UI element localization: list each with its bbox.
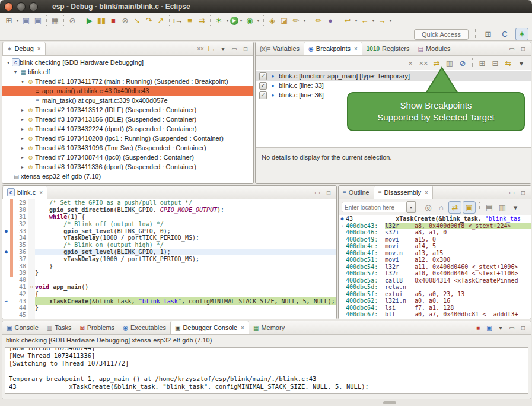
window-minimize-button[interactable]: [17, 2, 26, 11]
collapse-all-icon[interactable]: ⊟: [489, 58, 501, 69]
breakpoint-row[interactable]: ✓●blink.c [function: app_main] [type: Te…: [256, 71, 531, 81]
chevron-down-icon[interactable]: ▾: [302, 18, 307, 23]
chevron-down-icon[interactable]: ▾: [388, 18, 393, 23]
tab-memory[interactable]: ▦Memory: [249, 321, 289, 334]
expander-closed-icon[interactable]: ▸: [19, 164, 26, 170]
run-launch-icon[interactable]: ▶: [230, 17, 238, 25]
suspend-icon[interactable]: ▮▮: [95, 15, 107, 26]
breakpoint-icon[interactable]: ●: [2, 229, 10, 234]
editor-line[interactable]: 30 gpio_set_direction(BLINK_GPIO, GPIO_M…: [2, 207, 336, 214]
forward-icon[interactable]: →: [376, 15, 388, 26]
tab-variables[interactable]: (x)=Variables: [256, 42, 304, 55]
step-return-icon[interactable]: ↗: [155, 15, 167, 26]
tab-executables[interactable]: ◉Executables: [119, 321, 170, 334]
copy-icon[interactable]: ▤: [483, 202, 495, 213]
close-icon[interactable]: ×: [354, 46, 358, 52]
tab-debugger-console[interactable]: ▣Debugger Console×: [170, 321, 249, 334]
code-line[interactable]: }: [35, 262, 336, 269]
cpp-perspective-icon[interactable]: C: [499, 28, 511, 40]
tab-disassembly[interactable]: ≡Disassembly×: [374, 186, 433, 199]
code-line[interactable]: void app_main(): [35, 284, 336, 291]
editor-line[interactable]: 41⊖void app_main(): [2, 284, 336, 291]
code-line[interactable]: gpio_set_level(BLINK_GPIO, 0);: [35, 227, 336, 234]
maximize-icon[interactable]: □: [241, 43, 250, 55]
breakpoint-checkbox[interactable]: ✓: [259, 91, 267, 99]
disassembly-instruction-row[interactable]: 400dbc4f:mov.na13, a15: [339, 250, 531, 257]
disassembly-instruction-row[interactable]: 400dbc5a:call80x40084314 <xTaskCreatePin…: [339, 277, 531, 284]
code-line[interactable]: [35, 312, 336, 319]
debug-tree-row-selected[interactable]: ≡app_main() at blink.c:43 0x400dbc43: [2, 86, 253, 96]
code-line[interactable]: }: [35, 304, 336, 312]
disassembly-instruction-row[interactable]: 400dbc46:s32ia8, a1, 0: [339, 229, 531, 236]
disassembly-instruction-row[interactable]: 400dbc6a:bnonea0, a1, 0x400dbc8b <__addd…: [339, 318, 531, 319]
chevron-down-icon[interactable]: ▾: [238, 18, 244, 23]
skip-all-breakpoints-icon[interactable]: ⊘: [66, 15, 78, 26]
editor-line[interactable]: →43 xTaskCreate(&blink_task, "blink_task…: [2, 297, 336, 304]
close-icon[interactable]: ×: [37, 46, 41, 52]
expander-open-icon[interactable]: ▾: [19, 79, 26, 84]
code-line[interactable]: {: [35, 290, 336, 297]
editor-line[interactable]: 31 while(1) {: [2, 214, 336, 221]
disassembly-instruction-row[interactable]: 400dbc67:blta0, a7, 0x400dbc81 <__adddf3…: [339, 311, 531, 318]
window-close-button[interactable]: [4, 2, 13, 11]
code-line[interactable]: xTaskCreate(&blink_task, "blink_task", c…: [35, 297, 336, 304]
close-icon[interactable]: ×: [241, 325, 244, 331]
debug-tree-row[interactable]: ≡main_task() at cpu_start.c:339 0x400d05…: [2, 96, 253, 105]
highlight-icon[interactable]: ✏: [313, 15, 324, 26]
disassembly-instruction-row[interactable]: 400dbc51:movia12, 0x300: [339, 256, 531, 264]
maximize-icon[interactable]: □: [324, 187, 333, 198]
expander-closed-icon[interactable]: ▸: [19, 107, 26, 113]
debug-tree-row[interactable]: ▸⊚Thread #3 1073413156 (IDLE) (Suspended…: [2, 115, 253, 124]
last-edit-location-icon[interactable]: ↩: [342, 15, 353, 26]
code-line[interactable]: /* Blink on (output high) */: [35, 242, 336, 249]
maximize-icon[interactable]: □: [518, 322, 528, 334]
step-over-icon[interactable]: ↷: [143, 15, 155, 26]
new-folder-icon[interactable]: ◪: [278, 15, 290, 26]
disassembly-instruction-row[interactable]: 400dbc49:movia15, 0: [339, 236, 531, 243]
debug-tree-row[interactable]: ▾cblink checking [GDB Hardware Debugging…: [2, 58, 253, 67]
track-icon[interactable]: ▣: [463, 201, 476, 214]
chevron-down-icon[interactable]: ▾: [15, 18, 20, 23]
display-console-icon[interactable]: ▣: [485, 322, 494, 334]
launch-icon[interactable]: ✏: [290, 15, 302, 26]
expander-closed-icon[interactable]: ▸: [19, 126, 26, 132]
tab-tasks[interactable]: ▥Tasks: [43, 321, 76, 334]
expander-closed-icon[interactable]: ▸: [19, 145, 26, 151]
resume-icon[interactable]: ▶: [84, 15, 95, 26]
expander-closed-icon[interactable]: ▸: [19, 155, 26, 160]
disassembly-instruction-row[interactable]: 400dbc5f:extuia6, a0, 23, 13: [339, 291, 531, 298]
view-menu-icon[interactable]: ▾: [496, 322, 505, 334]
code-line[interactable]: vTaskDelay(1000 / portTICK_PERIOD_MS);: [35, 255, 336, 262]
fold-minus-icon[interactable]: ⊖: [28, 284, 35, 291]
home-icon[interactable]: ⌂: [435, 202, 447, 213]
editor-line[interactable]: ●36 gpio_set_level(BLINK_GPIO, 1);: [2, 249, 336, 256]
show-debug-columns-icon[interactable]: ≡: [184, 15, 196, 26]
debug-tree-row[interactable]: ▾⊚Thread #1 1073411772 (main : Running) …: [2, 77, 253, 86]
link-with-debug-icon[interactable]: ⇆: [502, 58, 514, 69]
debug-tree-row[interactable]: ▾▦blink.elf: [2, 67, 253, 77]
instruction-stepping-icon[interactable]: i→: [172, 15, 184, 26]
debug-launch-icon[interactable]: ✶: [213, 15, 225, 26]
open-perspective-icon[interactable]: ⊞: [482, 28, 494, 40]
debug-tree-row[interactable]: ▸⊚Thread #4 1073432224 (dport) (Suspende…: [2, 124, 253, 134]
export-icon[interactable]: ▥: [496, 202, 508, 213]
tab-blink-c[interactable]: c blink.c ×: [2, 186, 47, 199]
maximize-icon[interactable]: □: [518, 187, 528, 198]
view-menu-icon[interactable]: ▾: [218, 43, 228, 55]
remove-terminated-icon[interactable]: ××: [196, 43, 205, 55]
editor-line[interactable]: 44}: [2, 304, 336, 312]
close-icon[interactable]: ×: [39, 189, 43, 196]
editor-line[interactable]: 40: [2, 277, 336, 284]
debug-perspective-icon[interactable]: ✶: [515, 28, 528, 40]
minimize-icon[interactable]: ▭: [313, 187, 322, 198]
open-element-icon[interactable]: ◈: [266, 15, 278, 26]
navigate-icon[interactable]: ◎: [422, 202, 434, 213]
window-maximize-button[interactable]: [29, 2, 38, 11]
disconnect-icon[interactable]: ⊗: [119, 15, 131, 26]
chevron-down-icon[interactable]: ▾: [407, 201, 416, 213]
disassembly-instruction-row[interactable]: 400dbc5d:retw.n: [339, 284, 531, 291]
tab-outline[interactable]: ≡Outline: [339, 186, 374, 199]
tab-registers[interactable]: 1010Registers: [362, 42, 414, 55]
editor-line[interactable]: 32 /* Blink off (output low) */: [2, 220, 336, 227]
mark-occurrences-icon[interactable]: ●: [324, 15, 336, 26]
